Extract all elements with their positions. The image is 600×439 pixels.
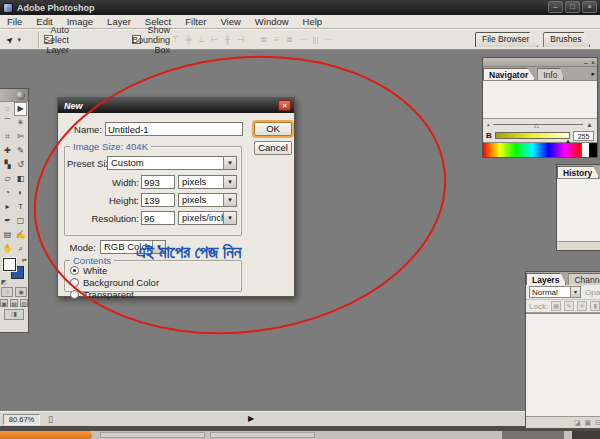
path-selection-tool[interactable]: ▸ xyxy=(1,200,14,214)
fullscreen-button[interactable]: ▥ xyxy=(20,299,28,307)
healing-brush-tool[interactable]: ✚ xyxy=(1,144,14,158)
eraser-tool[interactable]: ▱ xyxy=(1,172,14,186)
preset-sizes-select[interactable]: Custom ▾ xyxy=(107,156,237,170)
zoom-level-field[interactable]: 80.67% xyxy=(3,414,40,425)
eyedropper-tool[interactable]: ✍ xyxy=(14,228,27,242)
tab-channels[interactable]: Channels xyxy=(568,273,600,285)
menu-file[interactable]: File xyxy=(0,16,29,27)
minimize-button[interactable]: – xyxy=(548,1,563,13)
pen-tool[interactable]: ✒ xyxy=(1,214,14,228)
menu-filter[interactable]: Filter xyxy=(178,16,213,27)
radio-button[interactable] xyxy=(70,290,79,299)
resolution-unit-select[interactable]: pixels/inch ▾ xyxy=(178,211,237,225)
lock-position-icon[interactable]: ✛ xyxy=(577,301,587,311)
type-tool[interactable]: T xyxy=(14,200,27,214)
gradient-tool[interactable]: ◧ xyxy=(14,172,27,186)
slice-tool[interactable]: ✄ xyxy=(14,130,27,144)
blur-tool[interactable]: ◔ xyxy=(1,186,14,200)
history-brush-tool[interactable]: ↺ xyxy=(14,158,27,172)
radio-background-color[interactable]: Background Color xyxy=(70,277,159,288)
panel-close-icon[interactable]: × xyxy=(591,59,595,66)
panel-minimize-icon[interactable]: – xyxy=(584,59,588,66)
distribute-horizontal-centers-icon[interactable]: ||| xyxy=(310,34,321,46)
lasso-tool[interactable]: ⌒ xyxy=(1,116,14,130)
tab-layers[interactable]: Layers xyxy=(526,273,566,285)
chevron-down-icon[interactable]: ▾ xyxy=(223,176,236,188)
align-bottom-edges-icon[interactable]: ⊥ xyxy=(196,34,207,46)
shape-tool[interactable]: ▢ xyxy=(14,214,27,228)
lock-all-icon[interactable]: ▮ xyxy=(590,301,600,311)
zoom-tool[interactable]: ⌕ xyxy=(14,242,27,256)
magic-wand-tool[interactable]: ✳ xyxy=(14,116,27,130)
height-input[interactable] xyxy=(141,193,175,207)
align-horizontal-centers-icon[interactable]: ╫ xyxy=(222,34,233,46)
chevron-down-icon[interactable]: ▾ xyxy=(570,287,580,297)
align-top-edges-icon[interactable]: ⊤ xyxy=(170,34,181,46)
move-tool[interactable]: ▶ xyxy=(14,102,27,116)
status-menu-arrow-icon[interactable]: ▶ xyxy=(248,414,254,423)
width-input[interactable] xyxy=(141,175,175,189)
menu-view[interactable]: View xyxy=(213,16,247,27)
chevron-down-icon[interactable]: ▾ xyxy=(223,212,236,224)
taskbar-button[interactable] xyxy=(210,432,315,438)
jump-to-imageready-button[interactable]: ◨ xyxy=(4,309,24,320)
radio-button[interactable] xyxy=(70,266,79,275)
height-unit-select[interactable]: pixels ▾ xyxy=(178,193,237,207)
name-input[interactable] xyxy=(105,122,243,136)
chevron-down-icon[interactable]: ▾ xyxy=(223,157,236,169)
align-left-edges-icon[interactable]: ⊢ xyxy=(209,34,220,46)
crop-tool[interactable]: ⌗ xyxy=(1,130,14,144)
quick-mask-mode-button[interactable]: ◉ xyxy=(15,287,27,297)
distribute-top-edges-icon[interactable]: ≣ xyxy=(258,34,269,46)
blend-mode-select[interactable]: Normal ▾ xyxy=(529,286,581,298)
radio-white[interactable]: White xyxy=(70,265,107,276)
fullscreen-menubar-button[interactable]: ▤ xyxy=(10,299,18,307)
hand-tool[interactable]: ✋ xyxy=(1,242,14,256)
auto-select-layer-checkbox[interactable]: Auto Select Layer xyxy=(44,35,53,44)
zoom-in-icon[interactable]: ▲ xyxy=(586,121,593,128)
lock-transparency-icon[interactable]: ▦ xyxy=(551,301,561,311)
cancel-button[interactable]: Cancel xyxy=(254,141,292,155)
menu-help[interactable]: Help xyxy=(296,16,330,27)
layer-set-icon[interactable]: ⊟ xyxy=(595,419,600,427)
marquee-tool[interactable]: ◌ xyxy=(1,102,14,116)
brightness-value[interactable]: 255 xyxy=(573,131,594,141)
dodge-tool[interactable]: ◐ xyxy=(14,186,27,200)
tab-info[interactable]: Info xyxy=(537,68,564,80)
zoom-out-icon[interactable]: ▴ xyxy=(487,121,490,127)
maximize-button[interactable]: □ xyxy=(565,1,580,13)
brightness-slider[interactable]: ▲ xyxy=(495,132,570,139)
chevron-down-icon[interactable]: ▾ xyxy=(152,241,165,253)
spectrum-ramp[interactable] xyxy=(483,143,581,157)
lock-image-icon[interactable]: ✎ xyxy=(564,301,574,311)
width-unit-select[interactable]: pixels ▾ xyxy=(178,175,237,189)
mode-select[interactable]: RGB Color ▾ xyxy=(100,240,166,254)
distribute-vertical-centers-icon[interactable]: ≡ xyxy=(271,34,282,46)
foreground-color-swatch[interactable] xyxy=(3,258,16,271)
brush-tool[interactable]: ✎ xyxy=(14,144,27,158)
default-colors-icon[interactable]: ◩ xyxy=(1,278,7,285)
clone-stamp-tool[interactable]: ▚ xyxy=(1,158,14,172)
standard-mode-button[interactable]: ○ xyxy=(1,287,13,297)
tab-history[interactable]: History xyxy=(557,166,599,178)
zoom-slider-thumb[interactable]: △ xyxy=(534,121,539,128)
radio-button[interactable] xyxy=(70,278,79,287)
layer-style-icon[interactable]: ◪ xyxy=(574,419,581,427)
start-button[interactable] xyxy=(0,431,92,439)
radio-transparent[interactable]: Transparent xyxy=(70,289,134,300)
white-swatch[interactable] xyxy=(581,143,589,157)
chevron-down-icon[interactable]: ▾ xyxy=(223,194,236,206)
notes-tool[interactable]: ▤ xyxy=(1,228,14,242)
distribute-right-edges-icon[interactable]: ⋯ xyxy=(323,34,334,46)
black-swatch[interactable] xyxy=(589,143,597,157)
tab-navigator[interactable]: Navigator xyxy=(483,68,535,80)
current-tool-preview[interactable]: ➤ ▾ xyxy=(6,33,32,47)
panel-menu-icon[interactable]: ▸ xyxy=(591,70,595,78)
taskbar-button[interactable] xyxy=(100,432,205,438)
menu-window[interactable]: Window xyxy=(248,16,296,27)
distribute-left-edges-icon[interactable]: ⋯ xyxy=(297,34,308,46)
align-right-edges-icon[interactable]: ⊣ xyxy=(235,34,246,46)
slider-thumb-icon[interactable]: ▲ xyxy=(565,138,571,144)
align-vertical-centers-icon[interactable]: ╪ xyxy=(183,34,194,46)
layer-mask-icon[interactable]: ▣ xyxy=(585,419,592,427)
